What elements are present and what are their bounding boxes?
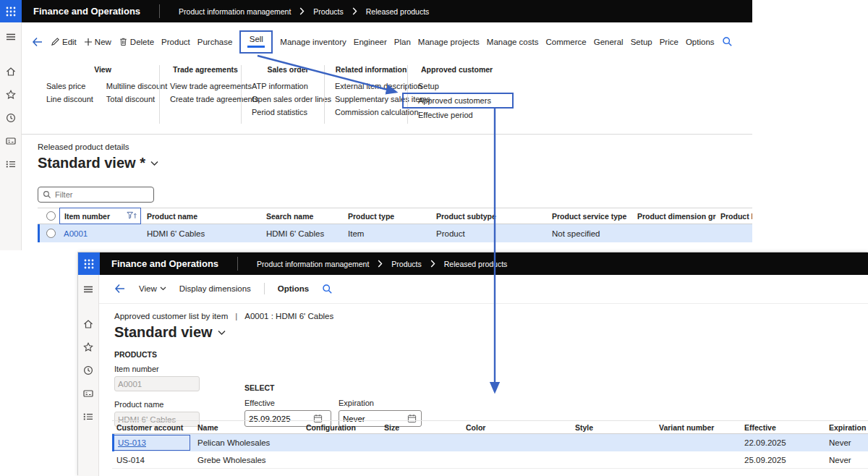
column-header-product-type[interactable]: Product type — [344, 212, 432, 221]
tab-manage-costs[interactable]: Manage costs — [487, 36, 539, 48]
cell-product-name: HDMI 6' Cables — [142, 229, 262, 238]
column-header-effective[interactable]: Effective — [740, 423, 825, 432]
cell-expiration: Never — [825, 456, 868, 464]
tab-sell[interactable]: Sell — [239, 30, 273, 54]
menu-item-setup[interactable]: Setup — [418, 80, 514, 93]
search-icon[interactable] — [322, 284, 333, 294]
menu-item-atp-information[interactable]: ATP information — [252, 80, 324, 93]
tab-manage-projects[interactable]: Manage projects — [418, 36, 480, 48]
modules-icon[interactable] — [4, 158, 17, 171]
options-button[interactable]: Options — [278, 284, 309, 293]
column-header-name[interactable]: Name — [193, 423, 302, 432]
table-row[interactable]: US-013 Pelican Wholesales 22.09.2025 Nev… — [112, 434, 868, 451]
view-selector[interactable]: Standard view * — [38, 155, 752, 171]
edit-label: Edit — [62, 38, 77, 46]
column-header-product-service-type[interactable]: Product service type — [548, 212, 633, 221]
chevron-right-icon — [352, 7, 357, 15]
menu-item-external-item-description[interactable]: External item description — [335, 80, 407, 93]
tab-options[interactable]: Options — [686, 36, 715, 48]
menu-item-period-statistics[interactable]: Period statistics — [252, 106, 324, 119]
filter-input[interactable] — [55, 190, 142, 199]
column-header-size[interactable]: Size — [380, 423, 461, 432]
tab-plan[interactable]: Plan — [394, 36, 411, 48]
item-number-field — [114, 376, 200, 391]
app-launcher-icon[interactable] — [78, 252, 100, 275]
cell-name: Pelican Wholesales — [193, 438, 302, 447]
breadcrumb-released-products[interactable]: Released products — [444, 260, 508, 268]
workspaces-icon[interactable] — [82, 387, 95, 400]
breadcrumb-products[interactable]: Products — [391, 260, 421, 268]
column-header-expiration[interactable]: Expiration — [825, 423, 868, 432]
hamburger-menu-icon[interactable] — [4, 30, 17, 43]
home-icon[interactable] — [4, 65, 17, 78]
column-header-style[interactable]: Style — [571, 423, 655, 432]
home-icon[interactable] — [82, 318, 95, 331]
display-dimensions-button[interactable]: Display dimensions — [179, 284, 251, 293]
table-row[interactable]: A0001 HDMI 6' Cables HDMI 6' Cables Item… — [38, 224, 752, 242]
tab-manage-inventory[interactable]: Manage inventory — [280, 36, 346, 48]
menu-item-multiline-discount[interactable]: Multiline discount — [106, 80, 167, 93]
view-menu-button[interactable]: View — [139, 284, 166, 293]
recent-clock-icon[interactable] — [4, 111, 17, 124]
back-button[interactable] — [114, 284, 126, 294]
released-products-page: Released product details Standard view *… — [22, 135, 752, 250]
customer-account-cell[interactable]: US-013 — [114, 435, 190, 451]
breadcrumb-released-products[interactable]: Released products — [366, 7, 430, 16]
menu-item-effective-period[interactable]: Effective period — [418, 109, 514, 122]
menu-item-approved-customers[interactable]: Approved customers — [402, 93, 514, 109]
app-launcher-icon[interactable] — [0, 0, 22, 22]
column-header-customer-account[interactable]: Customer account — [112, 423, 193, 432]
cell-effective: 25.09.2025 — [740, 456, 825, 464]
flyout-group-title: Sales order — [252, 65, 324, 75]
favorites-star-icon[interactable] — [4, 88, 17, 101]
breadcrumb: Product information management Products … — [238, 260, 507, 268]
tab-purchase[interactable]: Purchase — [197, 36, 233, 48]
menu-item-commission-calculation[interactable]: Commission calculation — [335, 106, 407, 119]
customer-account-link[interactable]: US-013 — [118, 438, 146, 447]
tab-setup[interactable]: Setup — [631, 36, 652, 48]
edit-button[interactable]: Edit — [51, 37, 77, 46]
tab-commerce[interactable]: Commerce — [545, 36, 586, 48]
menu-item-sales-price[interactable]: Sales price — [46, 80, 93, 93]
tab-engineer[interactable]: Engineer — [354, 36, 387, 48]
back-button[interactable] — [32, 37, 43, 47]
menu-item-create-trade-agreements[interactable]: Create trade agreements — [170, 93, 241, 106]
menu-item-supplementary-sales-items[interactable]: Supplementary sales items — [335, 93, 407, 106]
waffle-grid-icon — [83, 258, 95, 270]
tab-general[interactable]: General — [594, 36, 624, 48]
workspaces-icon[interactable] — [4, 135, 17, 148]
column-header-product-dimension-groups[interactable]: Product dimension groups — [633, 212, 716, 221]
delete-label: Delete — [130, 38, 154, 46]
search-icon[interactable] — [722, 36, 733, 47]
breadcrumb-module[interactable]: Product information management — [257, 260, 369, 268]
column-header-configuration[interactable]: Configuration — [302, 423, 380, 432]
breadcrumb-products[interactable]: Products — [313, 7, 343, 16]
column-header-variant-number[interactable]: Variant number — [655, 423, 740, 432]
menu-item-open-sales-order-lines[interactable]: Open sales order lines — [252, 93, 324, 106]
tab-price[interactable]: Price — [660, 36, 678, 48]
column-header-product-subtype[interactable]: Product subtype — [432, 212, 548, 221]
tab-product[interactable]: Product — [161, 36, 190, 48]
new-button[interactable]: New — [84, 38, 111, 46]
recent-clock-icon[interactable] — [82, 364, 95, 377]
window-released-products: Finance and Operations Product informati… — [0, 0, 752, 250]
filter-box[interactable] — [38, 187, 154, 203]
column-header-search-name[interactable]: Search name — [262, 212, 344, 221]
menu-item-line-discount[interactable]: Line discount — [46, 93, 93, 106]
favorites-star-icon[interactable] — [82, 341, 95, 354]
row-radio[interactable] — [46, 229, 56, 238]
select-all-radio[interactable] — [46, 211, 56, 221]
hamburger-menu-icon[interactable] — [82, 283, 95, 296]
menu-item-total-discount[interactable]: Total discount — [106, 93, 167, 106]
column-header-product-life[interactable]: Product life — [716, 212, 752, 221]
modules-icon[interactable] — [82, 410, 95, 423]
column-header-color[interactable]: Color — [461, 423, 571, 432]
item-number-link[interactable]: A0001 — [64, 229, 88, 238]
breadcrumb-module[interactable]: Product information management — [179, 7, 291, 16]
table-row[interactable]: US-014 Grebe Wholesales 25.09.2025 Never — [112, 451, 868, 469]
menu-item-view-trade-agreements[interactable]: View trade agreements — [170, 80, 241, 93]
column-header-product-name[interactable]: Product name — [142, 212, 262, 221]
delete-button[interactable]: Delete — [119, 37, 154, 46]
column-header-item-number[interactable]: Item number — [59, 208, 141, 224]
view-selector[interactable]: Standard view — [114, 324, 868, 341]
